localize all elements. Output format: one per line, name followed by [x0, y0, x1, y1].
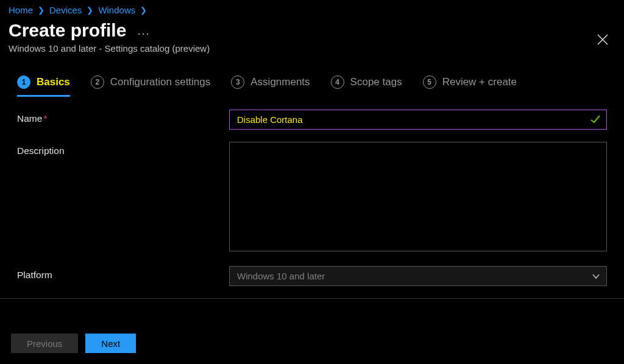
wizard-tabs: 1 Basics 2 Configuration settings 3 Assi…	[0, 60, 624, 97]
tab-label: Configuration settings	[110, 76, 210, 88]
breadcrumb-home[interactable]: Home	[9, 5, 33, 15]
more-icon[interactable]: ···	[138, 27, 151, 40]
wizard-footer: Previous Next	[0, 325, 624, 364]
form-basics: Name* Description Platform Windows 10 an…	[0, 97, 624, 286]
name-label: Name*	[17, 110, 229, 124]
breadcrumb-devices[interactable]: Devices	[49, 5, 82, 15]
divider	[0, 298, 624, 299]
name-input[interactable]	[229, 110, 607, 130]
tab-basics[interactable]: 1 Basics	[17, 75, 70, 97]
checkmark-icon	[590, 114, 601, 127]
tab-label: Basics	[37, 76, 70, 88]
tab-review-create[interactable]: 5 Review + create	[423, 75, 517, 97]
required-indicator: *	[43, 113, 47, 124]
chevron-right-icon: ❯	[87, 5, 93, 15]
breadcrumb-windows[interactable]: Windows	[98, 5, 135, 15]
description-input[interactable]	[229, 142, 607, 251]
tab-label: Review + create	[442, 76, 517, 88]
chevron-down-icon	[592, 272, 600, 282]
step-number: 2	[91, 75, 104, 89]
close-icon	[597, 34, 608, 45]
tab-scope-tags[interactable]: 4 Scope tags	[331, 75, 402, 97]
platform-select[interactable]: Windows 10 and later	[229, 266, 607, 286]
breadcrumb: Home ❯ Devices ❯ Windows ❯	[0, 0, 624, 18]
step-number: 1	[17, 75, 30, 89]
tab-assignments[interactable]: 3 Assignments	[231, 75, 310, 97]
step-number: 5	[423, 75, 436, 89]
step-number: 4	[331, 75, 344, 89]
tab-label: Assignments	[250, 76, 310, 88]
chevron-right-icon: ❯	[140, 5, 147, 15]
next-button[interactable]: Next	[85, 334, 136, 353]
page-subtitle: Windows 10 and later - Settings catalog …	[9, 43, 615, 54]
page-title: Create profile	[9, 20, 126, 41]
step-number: 3	[231, 75, 244, 89]
page-header: Create profile ··· Windows 10 and later …	[0, 18, 624, 60]
tab-configuration-settings[interactable]: 2 Configuration settings	[91, 75, 210, 97]
description-label: Description	[17, 142, 229, 156]
chevron-right-icon: ❯	[38, 5, 44, 15]
tab-label: Scope tags	[350, 76, 402, 88]
close-button[interactable]	[597, 34, 608, 47]
platform-value: Windows 10 and later	[237, 271, 325, 281]
previous-button: Previous	[11, 334, 78, 353]
platform-label: Platform	[17, 266, 229, 281]
